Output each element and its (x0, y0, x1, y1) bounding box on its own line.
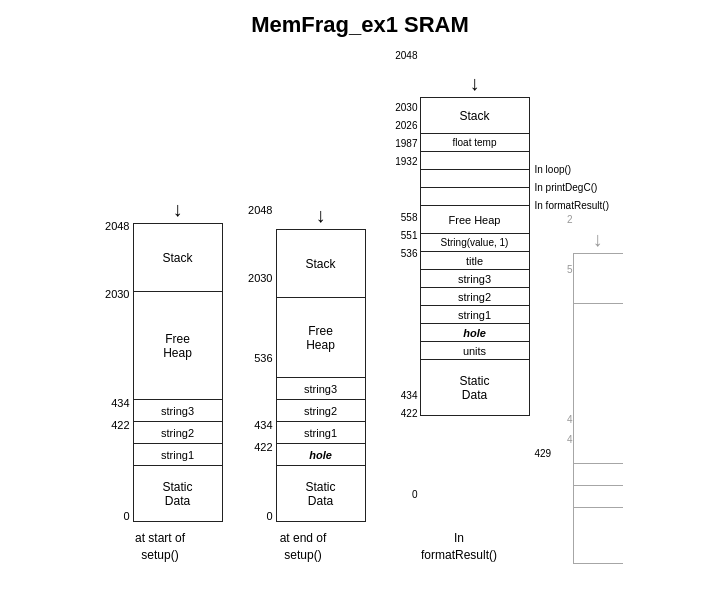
stack-d2: Stack (277, 230, 365, 298)
addr-0-d2: 0 (266, 510, 272, 522)
addr-0-d3: 0 (412, 489, 418, 500)
addr-536-d2: 536 (254, 352, 272, 364)
staticdata-d2: StaticData (277, 466, 365, 521)
diagrams-container: 2048 2030 434 422 0 ↓ Stack FreeHeap str… (0, 50, 720, 564)
hole-d3: hole (421, 324, 529, 342)
addr-2048-d3: 2048 (395, 50, 417, 61)
addr-434-d3: 434 (401, 390, 418, 401)
mem-block-d1: Stack FreeHeap string3 string2 string1 S… (133, 223, 223, 522)
staticdata-d3: StaticData (421, 360, 529, 415)
string2-d3: string2 (421, 288, 529, 306)
diagram-4: 2 5 4 4 ↓ (553, 206, 623, 564)
freeheap-d3: Free Heap (421, 206, 529, 234)
addr-0-d1: 0 (123, 510, 129, 522)
string1-d1: string1 (134, 444, 222, 466)
stringvalue-d3: String(value, 1) (421, 234, 529, 252)
addr-558-d3: 558 (401, 212, 418, 223)
mem-block-d3: Stack float temp Free Heap String(value,… (420, 97, 530, 416)
diagram-1: 2048 2030 434 422 0 ↓ Stack FreeHeap str… (98, 198, 223, 564)
empty3-d3 (421, 188, 529, 206)
label-inloop: In loop() (535, 164, 572, 175)
freeheap-d2: FreeHeap (277, 298, 365, 378)
addr-551-d3: 551 (401, 230, 418, 241)
addr-col-d4: 2 5 4 4 (553, 214, 573, 564)
string2-d2: string2 (277, 400, 365, 422)
label-d3: InformatResult() (421, 530, 497, 564)
arrow-d1: ↓ (173, 198, 183, 221)
addr-434-d1: 434 (111, 397, 129, 409)
string2-d1: string2 (134, 422, 222, 444)
addr-col-d3: 2048 2030 2026 1987 1932 558 551 536 434… (384, 50, 418, 500)
addr-422-d2: 422 (254, 441, 272, 453)
arrow-d2: ↓ (316, 204, 326, 227)
addr-2030-d3: 2030 (395, 102, 417, 113)
mem-block-d4 (573, 253, 623, 564)
label-inprintdegc: In printDegC() (535, 182, 598, 193)
label-d2: at end ofsetup() (280, 530, 327, 564)
addr-1932-d3: 1932 (395, 156, 417, 167)
diagram-2: 2048 2030 536 434 422 0 ↓ Stack FreeHeap… (241, 204, 366, 564)
mem-block-d2: Stack FreeHeap string3 string2 string1 h… (276, 229, 366, 522)
string3-d3: string3 (421, 270, 529, 288)
string3-d1: string3 (134, 400, 222, 422)
empty1-d3 (421, 152, 529, 170)
hole-d2: hole (277, 444, 365, 466)
addr-col-d1: 2048 2030 434 422 0 (98, 220, 130, 522)
units-d3: units (421, 342, 529, 360)
addr-2030-d2: 2030 (248, 272, 272, 284)
string1-d3: string1 (421, 306, 529, 324)
addr-2048-d1: 2048 (105, 220, 129, 232)
arrow-d3: ↓ (470, 72, 480, 95)
arrow-d4: ↓ (593, 228, 603, 251)
addr-1987-d3: 1987 (395, 138, 417, 149)
addr-434-d2: 434 (254, 419, 272, 431)
string1-d2: string1 (277, 422, 365, 444)
empty2-d3 (421, 170, 529, 188)
title-d3: title (421, 252, 529, 270)
addr-422-d1a: 422 (111, 419, 129, 431)
stack-d3: Stack (421, 98, 529, 134)
addr-col-d2: 2048 2030 536 434 422 0 (241, 204, 273, 522)
addr-536-d3: 536 (401, 248, 418, 259)
label-d1: at start ofsetup() (135, 530, 185, 564)
stack-d1: Stack (134, 224, 222, 292)
addr-2048-d2: 2048 (248, 204, 272, 216)
staticdata-d1: StaticData (134, 466, 222, 521)
addr-429-right: 429 (535, 448, 552, 459)
addr-2026-d3: 2026 (395, 120, 417, 131)
addr-2030-d1: 2030 (105, 288, 129, 300)
freeheap-d1: FreeHeap (134, 292, 222, 400)
page-title: MemFrag_ex1 SRAM (0, 0, 720, 46)
floattemp-d3: float temp (421, 134, 529, 152)
string3-d2: string3 (277, 378, 365, 400)
addr-422-d3: 422 (401, 408, 418, 419)
addr-top-d4: 2 (567, 214, 573, 225)
diagram-3: 2048 2030 2026 1987 1932 558 551 536 434… (384, 50, 535, 564)
